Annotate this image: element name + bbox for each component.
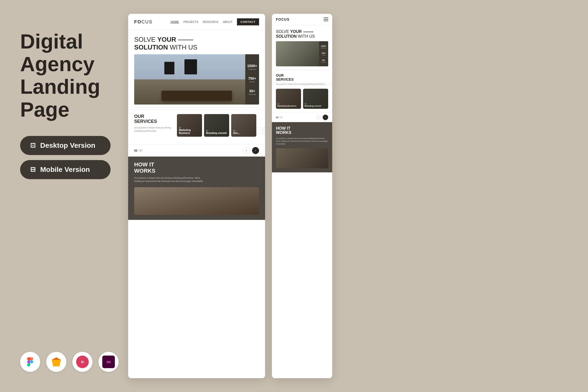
mobile-how-it-works: HOW ITWORKS Our purpose is deeper than j…: [272, 122, 332, 173]
desktop-hero: SOLVE YOUR SOLUTION WITH US 1500+ Employ…: [128, 30, 265, 105]
adobe-xd-icon: Xd: [99, 352, 119, 372]
left-panel: Digital Agency Landing Page ⊡ Desktop Ve…: [0, 0, 131, 392]
mobile-pagination-arrows: ‹ ›: [316, 115, 328, 120]
mobile-services-desc: Our purpose is deeper than just driving …: [276, 83, 328, 86]
mobile-pagination-text: 01 / 07: [276, 116, 283, 119]
stat-clients: 750+ Clients: [245, 73, 259, 86]
desktop-nav: FOCUS HOME PROJECTS RESOURCE ABOUT CONTA…: [128, 14, 265, 30]
mobile-services-title: OURSERVICES: [276, 74, 328, 81]
title-line-decoration: [178, 40, 193, 40]
nav-logo: FOCUS: [134, 19, 153, 25]
conference-desk: [162, 91, 232, 101]
tool-icons: in Xd: [20, 352, 119, 372]
mobile-services: SERVICES OURSERVICES Our purpose is deep…: [272, 74, 332, 112]
desktop-preview: FOCUS HOME PROJECTS RESOURCE ABOUT CONTA…: [128, 14, 265, 378]
mobile-service-cards: 01 Marketing Business 02 Branding consul…: [276, 89, 328, 109]
divider: [134, 107, 259, 107]
desktop-how-it-works: HOW ITWORKS Our purpose is deeper than j…: [128, 157, 265, 220]
desktop-services: SERVICES OURSERVICES Our purpose is deep…: [128, 110, 265, 144]
stat-countries: 30+ Countries: [245, 86, 259, 98]
hamburger-menu[interactable]: [324, 18, 328, 21]
hero-image: 1500+ Employee 750+ Clients 30+ Countrie…: [134, 54, 259, 105]
desktop-icon: ⊡: [30, 141, 36, 149]
next-arrow-button[interactable]: ›: [252, 147, 259, 154]
nav-link-resource[interactable]: RESOURCE: [203, 20, 218, 23]
mobile-prev-arrow[interactable]: ‹: [316, 115, 321, 120]
services-title: OURSERVICES: [134, 114, 172, 124]
nav-link-home[interactable]: HOME: [171, 20, 179, 23]
desktop-pagination: 02 / 07 ‹ ›: [128, 144, 265, 157]
services-header: OURSERVICES Our purpose is deeper than j…: [134, 114, 259, 137]
figma-icon: [20, 352, 40, 372]
mobile-hero: SOLVE YOUR SOLUTION WITH US 1500+ Employ…: [272, 25, 332, 66]
version-buttons: ⊡ Desktop Version ⊟ Mobile Version: [20, 136, 116, 179]
nav-link-projects[interactable]: PROJECTS: [183, 20, 198, 23]
hero-image-bg: [134, 54, 259, 105]
mobile-hero-image: 1500+ Employee 750+ Clients 30+ Countrie…: [276, 41, 328, 66]
mobile-stat-clients: 750+ Clients: [319, 51, 328, 58]
service-card-3: 03 Des...: [231, 114, 256, 137]
services-cards: 01 Marketing Business 02 Branding consul…: [177, 114, 256, 137]
mobile-icon: ⊟: [30, 166, 36, 173]
nav-links: HOME PROJECTS RESOURCE ABOUT CONTACT: [171, 18, 259, 25]
mobile-nav: FOCUS: [272, 14, 332, 25]
monitor-right: [184, 59, 197, 74]
monitor-left: [164, 62, 174, 74]
pagination-arrows: ‹ ›: [243, 147, 259, 154]
stats-overlay: 1500+ Employee 750+ Clients 30+ Countrie…: [245, 54, 259, 105]
hero-title: SOLVE YOUR SOLUTION WITH US: [134, 36, 259, 51]
how-description: Our purpose is deeper than just driving …: [134, 176, 205, 183]
how-image: [134, 187, 259, 215]
mobile-pagination: 01 / 07 ‹ ›: [272, 112, 332, 122]
how-title: HOW ITWORKS: [134, 162, 259, 174]
prev-arrow-button[interactable]: ‹: [243, 147, 250, 154]
service-card-1: 01 Marketing Business: [177, 114, 202, 137]
services-description: Our purpose is deeper than just driving …: [134, 126, 172, 133]
mobile-divider: [276, 70, 328, 70]
mobile-how-image: [276, 148, 328, 168]
mobile-how-desc: Our purpose is deeper than just driving …: [276, 137, 328, 145]
mobile-version-button[interactable]: ⊟ Mobile Version: [20, 160, 111, 179]
mobile-hero-title: SOLVE YOUR SOLUTION WITH US: [276, 29, 328, 39]
mobile-how-title: HOW ITWORKS: [276, 126, 328, 135]
mobile-nav-logo: FOCUS: [276, 17, 289, 21]
nav-contact-button[interactable]: CONTACT: [237, 18, 259, 25]
mobile-next-arrow[interactable]: ›: [323, 115, 328, 120]
mobile-stat-employee: 1500+ Employee: [319, 43, 328, 51]
sketch-icon: [46, 352, 66, 372]
services-title-block: OURSERVICES Our purpose is deeper than j…: [134, 114, 172, 132]
pagination-text: 02 / 07: [134, 149, 143, 152]
mobile-stats-overlay: 1500+ Employee 750+ Clients 30+ Countrie…: [319, 41, 328, 66]
service-card-2: 02 Branding consult: [204, 114, 229, 137]
mobile-stat-countries: 30+ Countries: [319, 58, 328, 64]
stat-employee: 1500+ Employee: [245, 61, 259, 73]
mobile-preview: FOCUS SOLVE YOUR SOLUTION WITH US 1500+ …: [272, 14, 332, 378]
nav-link-about[interactable]: ABOUT: [223, 20, 232, 23]
mobile-service-card-2: 02 Branding consult: [303, 89, 328, 109]
desktop-version-button[interactable]: ⊡ Desktop Version: [20, 136, 111, 155]
page-title: Digital Agency Landing Page: [20, 30, 116, 121]
mobile-service-card-1: 01 Marketing Business: [276, 89, 301, 109]
invision-icon: in: [72, 352, 92, 372]
